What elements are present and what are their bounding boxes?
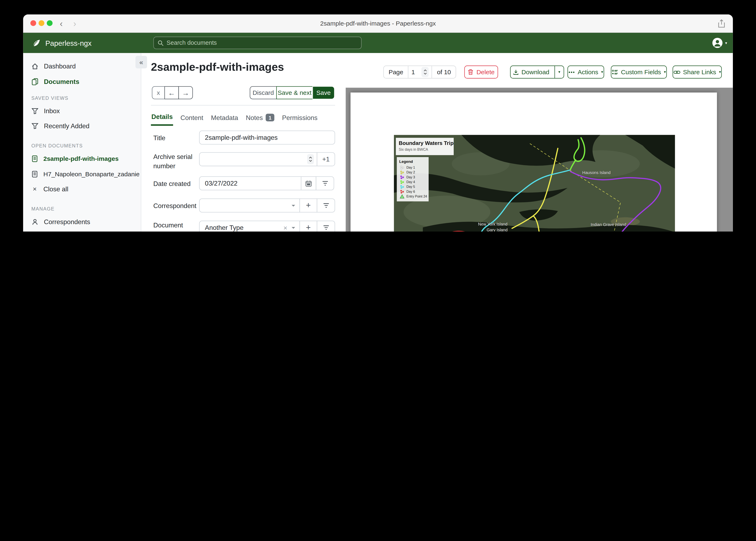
share-links-button[interactable]: Share Links ▾ xyxy=(673,66,722,79)
date-filter-button[interactable] xyxy=(316,176,334,190)
download-dropdown-toggle[interactable]: ▾ xyxy=(554,66,563,78)
editor-tabs: Details Content Metadata Notes1 Permissi… xyxy=(151,111,318,126)
link-icon xyxy=(673,70,680,74)
caret-down-icon: ▾ xyxy=(664,70,666,74)
legend-label: Day 1 xyxy=(406,166,415,169)
page-number-input[interactable] xyxy=(411,68,419,76)
tab-permissions[interactable]: Permissions xyxy=(282,111,318,126)
screen: ‹ › 2sample-pdf-with-images - Paperless-… xyxy=(0,0,756,232)
tab-details[interactable]: Details xyxy=(151,111,173,126)
main-content: 2sample-pdf-with-images Page of 10 Delet… xyxy=(141,53,733,232)
asn-stepper[interactable] xyxy=(307,154,314,164)
stepper-arrows-icon xyxy=(308,156,312,162)
open-document[interactable]: H7_Napoleon_Bonaparte_zadanie xyxy=(23,168,141,180)
map-title: Boundary Waters Trip xyxy=(399,140,454,146)
custom-fields-button[interactable]: Custom Fields ▾ xyxy=(611,66,667,79)
correspondent-select[interactable] xyxy=(199,199,300,213)
plus-icon: + xyxy=(306,223,311,232)
island-label: Hausons Island xyxy=(582,170,611,175)
filter-icon xyxy=(323,203,329,208)
sidebar-item-inbox[interactable]: Inbox xyxy=(23,105,141,117)
stepper-arrows-icon xyxy=(423,69,427,75)
asn-input[interactable] xyxy=(205,156,307,163)
window-title: 2sample-pdf-with-images - Paperless-ngx xyxy=(23,14,733,33)
next-document-button[interactable]: → xyxy=(178,86,193,99)
user-avatar-icon xyxy=(712,37,723,49)
download-button[interactable]: Download ▾ xyxy=(510,66,564,79)
page-total: of 10 xyxy=(432,66,456,78)
legend-label: Day 3 xyxy=(406,176,415,179)
asn-increment-button[interactable]: +1 xyxy=(317,152,335,166)
previous-document-button[interactable]: ← xyxy=(164,86,179,99)
sidebar-item-documents[interactable]: Documents xyxy=(23,75,141,88)
brand[interactable]: Paperless-ngx xyxy=(32,33,91,53)
correspondent-label: Correspondent xyxy=(153,202,198,211)
app-navbar: Paperless-ngx ▾ xyxy=(23,33,733,53)
date-created-input[interactable] xyxy=(199,176,301,190)
page-label: Page xyxy=(384,66,408,78)
document-type-filter-button[interactable] xyxy=(317,221,335,232)
user-menu[interactable]: ▾ xyxy=(712,37,727,49)
tab-content[interactable]: Content xyxy=(180,111,204,126)
home-icon xyxy=(31,63,39,70)
add-document-type-button[interactable]: + xyxy=(299,221,317,232)
discard-button[interactable]: Discard xyxy=(250,86,277,99)
date-created-label: Date created xyxy=(153,179,198,188)
search-box[interactable] xyxy=(153,37,361,49)
asn-group: +1 xyxy=(199,152,335,166)
document-type-select[interactable]: Another Type × xyxy=(199,221,300,232)
document-type-value: Another Type xyxy=(205,224,243,231)
close-icon: × xyxy=(31,185,38,193)
open-document-label: 2sample-pdf-with-images xyxy=(43,155,119,162)
tab-metadata[interactable]: Metadata xyxy=(210,111,239,126)
delete-button[interactable]: Delete xyxy=(464,66,498,79)
add-correspondent-button[interactable]: + xyxy=(299,199,317,213)
brand-label: Paperless-ngx xyxy=(45,39,92,47)
tab-notes[interactable]: Notes1 xyxy=(245,111,275,126)
filter-icon xyxy=(322,181,328,186)
custom-fields-label: Custom Fields xyxy=(621,68,661,76)
calendar-button[interactable] xyxy=(301,176,316,190)
document-icon xyxy=(31,170,38,178)
section-manage: MANAGE xyxy=(31,206,54,212)
documents-icon xyxy=(31,78,39,85)
sidebar-item-correspondents[interactable]: Correspondents xyxy=(23,216,141,228)
sidebar-item-label: Inbox xyxy=(44,107,60,114)
caret-down-icon xyxy=(291,204,295,207)
filter-funnel-icon xyxy=(31,107,39,114)
page-stepper[interactable] xyxy=(422,67,429,77)
sidebar-item-recently-added[interactable]: Recently Added xyxy=(23,120,141,132)
legend-label: Day 5 xyxy=(406,185,415,189)
document-title-heading: 2sample-pdf-with-images xyxy=(151,61,284,74)
sidebar-item-tags[interactable]: Tags xyxy=(23,231,141,232)
save-and-next-button[interactable]: Save & next xyxy=(276,86,313,99)
save-button[interactable]: Save xyxy=(312,86,334,99)
delete-label: Delete xyxy=(476,68,495,76)
collapse-sidebar-button[interactable]: « xyxy=(136,56,147,68)
open-document-current[interactable]: 2sample-pdf-with-images xyxy=(23,152,141,165)
plus-icon: + xyxy=(306,201,311,210)
close-all-documents[interactable]: × Close all xyxy=(23,183,141,195)
document-preview-panel[interactable]: Hausons Island New York Island Gary Isla… xyxy=(346,88,733,232)
search-input[interactable] xyxy=(167,40,357,46)
titlebar: ‹ › 2sample-pdf-with-images - Paperless-… xyxy=(23,14,733,33)
legend-label: Day 6 xyxy=(406,190,415,194)
correspondent-filter-button[interactable] xyxy=(317,199,335,213)
clear-icon[interactable]: × xyxy=(283,224,287,231)
legend-label: Day 2 xyxy=(406,171,415,174)
filter-funnel-icon xyxy=(31,122,39,129)
sidebar-item-dashboard[interactable]: Dashboard xyxy=(23,60,141,72)
notes-count-badge: 1 xyxy=(266,114,274,121)
page-navigator: Page of 10 xyxy=(383,66,456,79)
share-icon[interactable] xyxy=(718,19,725,28)
close-document-button[interactable]: x xyxy=(152,86,165,99)
actions-button[interactable]: Actions ▾ xyxy=(567,66,604,79)
sidebar-item-label: Close all xyxy=(43,185,68,192)
trash-icon xyxy=(468,69,474,75)
title-input[interactable] xyxy=(199,131,335,145)
caret-down-icon: ▾ xyxy=(601,70,603,74)
person-icon xyxy=(31,218,39,225)
download-icon xyxy=(513,69,519,75)
caret-down-icon: ▾ xyxy=(558,70,560,74)
save-group-top: Discard Save & next Save xyxy=(250,86,334,99)
